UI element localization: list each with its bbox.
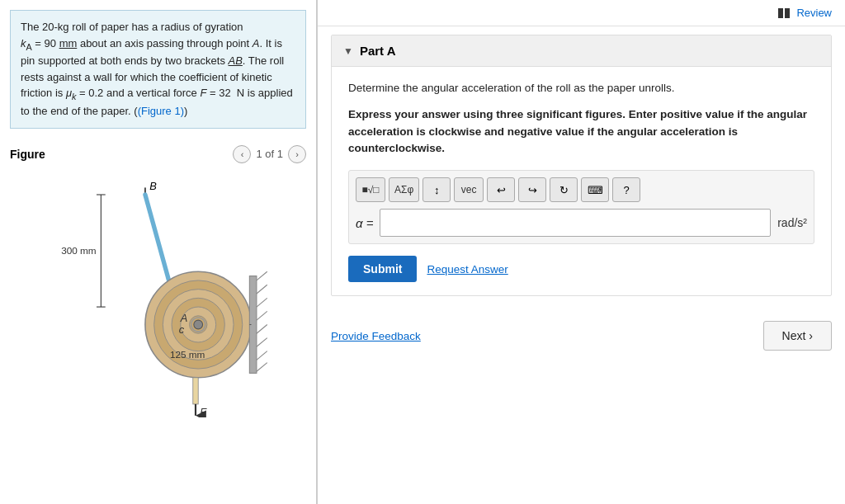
svg-text:c: c (178, 323, 184, 336)
figure-page-indicator: 1 of 1 (256, 148, 283, 160)
review-icon (778, 8, 790, 18)
toolbar-arrows-button[interactable]: ↕ (422, 177, 451, 202)
svg-line-14 (256, 285, 267, 294)
figure-section: Figure ‹ 1 of 1 › B (0, 139, 316, 504)
next-chevron-icon: › (809, 329, 813, 342)
undo-icon: ↩ (497, 184, 506, 196)
help-icon: ? (624, 184, 630, 196)
review-link[interactable]: Review (778, 7, 832, 19)
question-text: Determine the angular acceleration of th… (348, 80, 814, 97)
svg-text:125 mm: 125 mm (169, 349, 205, 360)
toolbar-undo-button[interactable]: ↩ (487, 177, 515, 202)
toolbar-vec-button[interactable]: vec (454, 177, 484, 202)
problem-statement: The 20-kg roll of paper has a radius of … (10, 10, 306, 129)
toolbar-matrix-button[interactable]: ■√□ (356, 177, 385, 202)
figure-title: Figure (10, 148, 226, 161)
svg-line-15 (256, 298, 267, 307)
part-a-header[interactable]: ▼ Part A (332, 35, 831, 67)
figure-canvas: B A (43, 170, 274, 417)
svg-line-17 (256, 324, 267, 333)
review-bar: Review (318, 0, 845, 26)
keyboard-icon: ⌨ (588, 184, 603, 196)
action-row: Submit Request Answer (348, 256, 814, 282)
toolbar-row: ■√□ ΑΣφ ↕ vec ↩ ↪ (356, 177, 807, 202)
collapse-arrow-icon: ▼ (343, 45, 353, 57)
arrows-icon: ↕ (434, 184, 440, 196)
svg-line-20 (256, 362, 267, 371)
review-label: Review (796, 7, 832, 19)
right-panel: Review ▼ Part A Determine the angular ac… (318, 0, 845, 504)
figure-header: Figure ‹ 1 of 1 › (10, 145, 306, 163)
redo-icon: ↪ (528, 184, 537, 196)
svg-text:A: A (179, 312, 187, 324)
matrix-icon: ■√□ (361, 184, 379, 195)
figure-nav: ‹ 1 of 1 › (233, 145, 306, 163)
toolbar-aso-button[interactable]: ΑΣφ (389, 177, 419, 202)
figure-link[interactable]: (Figure 1) (138, 105, 184, 117)
answer-input[interactable] (380, 209, 771, 237)
part-a-section: ▼ Part A Determine the angular accelerat… (331, 35, 832, 296)
input-row: α = rad/s² (356, 209, 807, 237)
part-a-body: Determine the angular acceleration of th… (332, 67, 831, 295)
reset-icon: ↻ (559, 184, 569, 196)
figure-next-button[interactable]: › (288, 145, 306, 163)
figure-prev-button[interactable]: ‹ (233, 145, 251, 163)
svg-text:F: F (200, 406, 207, 417)
unit-label: rad/s² (777, 216, 807, 229)
toolbar-keyboard-button[interactable]: ⌨ (581, 177, 609, 202)
aso-icon: ΑΣφ (394, 184, 413, 195)
toolbar-redo-button[interactable]: ↪ (518, 177, 546, 202)
svg-line-19 (256, 351, 267, 360)
toolbar-reset-button[interactable]: ↻ (550, 177, 578, 202)
submit-button[interactable]: Submit (348, 256, 417, 282)
svg-point-9 (193, 320, 202, 329)
figure-diagram: B A (43, 170, 274, 417)
alpha-label: α = (356, 216, 373, 230)
math-toolbar: ■√□ ΑΣφ ↕ vec ↩ ↪ (348, 170, 814, 244)
svg-line-18 (256, 337, 267, 346)
vec-icon: vec (461, 184, 477, 195)
toolbar-help-button[interactable]: ? (612, 177, 640, 202)
part-a-label: Part A (360, 44, 396, 58)
svg-rect-22 (192, 377, 197, 403)
next-button[interactable]: Next › (763, 321, 832, 351)
svg-line-16 (256, 311, 267, 320)
instruction-text: Express your answer using three signific… (348, 106, 814, 157)
problem-text-content: The 20-kg roll of paper has a radius of … (21, 21, 293, 117)
provide-feedback-button[interactable]: Provide Feedback (331, 330, 421, 342)
bottom-bar: Provide Feedback Next › (318, 311, 845, 360)
request-answer-button[interactable]: Request Answer (427, 263, 507, 276)
svg-text:300 mm: 300 mm (61, 244, 97, 255)
svg-text:B: B (149, 179, 157, 191)
left-panel: The 20-kg roll of paper has a radius of … (0, 0, 318, 504)
svg-line-13 (256, 271, 267, 280)
